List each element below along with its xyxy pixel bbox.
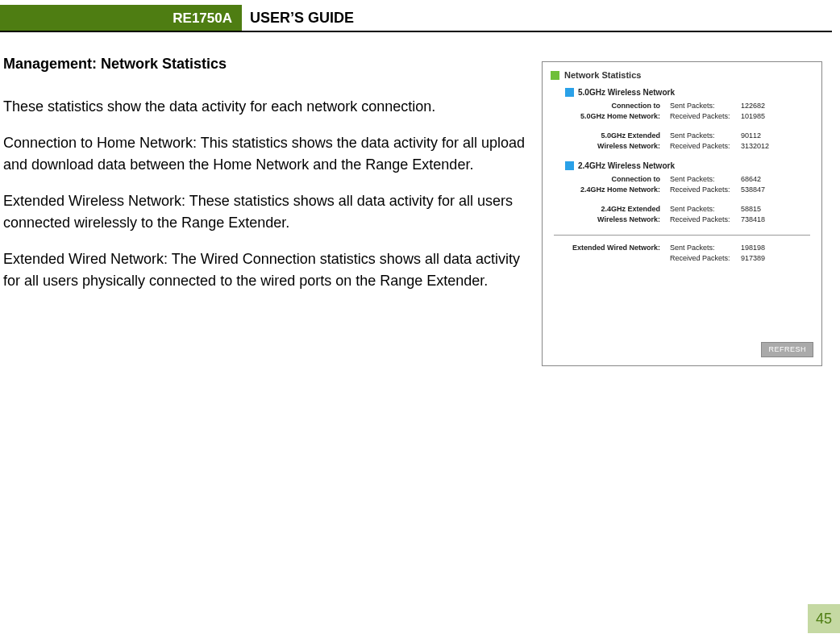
recv-label: Received Packets:: [667, 186, 739, 194]
home24-sent-value: 68642: [739, 175, 788, 183]
ext24-line1: 2.4GHz Extended: [562, 205, 667, 213]
stat-block-5ghz-ext: 5.0GHz Extended Sent Packets: 90112 Wire…: [562, 131, 817, 150]
ext24-recv-value: 738418: [739, 215, 788, 223]
header-guide-title: USER’S GUIDE: [242, 5, 362, 31]
conn5-line1: Connection to: [562, 102, 667, 110]
wired-sent-value: 198198: [739, 244, 788, 252]
home5-recv-value: 101985: [739, 112, 788, 120]
blank-cell: [562, 254, 667, 262]
square-green-icon: [551, 71, 559, 80]
stat-block-wired: Extended Wired Network: Sent Packets: 19…: [562, 244, 817, 262]
stat-block-24ghz-ext: 2.4GHz Extended Sent Packets: 58815 Wire…: [562, 205, 817, 223]
recv-label: Received Packets:: [667, 254, 739, 262]
recv-label: Received Packets:: [667, 142, 739, 150]
section-5ghz-heading: 5.0GHz Wireless Network: [565, 88, 817, 97]
page-number: 45: [808, 604, 840, 633]
square-blue-icon: [565, 161, 574, 170]
sent-label: Sent Packets:: [667, 244, 739, 252]
section-24ghz-label: 2.4GHz Wireless Network: [578, 161, 675, 170]
refresh-button[interactable]: REFRESH: [761, 342, 813, 357]
conn24-line1: Connection to: [562, 175, 667, 183]
content-area: Management: Network Statistics These sta…: [0, 32, 840, 366]
square-blue-icon: [565, 88, 574, 97]
ext5-line1: 5.0GHz Extended: [562, 131, 667, 140]
home5-sent-value: 122682: [739, 102, 788, 110]
sent-label: Sent Packets:: [667, 102, 739, 110]
text-column: Management: Network Statistics These sta…: [3, 53, 527, 306]
network-statistics-panel: Network Statistics 5.0GHz Wireless Netwo…: [542, 61, 822, 366]
section-heading: Management: Network Statistics: [3, 53, 527, 75]
stat-block-5ghz-home: Connection to Sent Packets: 122682 5.0GH…: [562, 102, 817, 120]
sent-label: Sent Packets:: [667, 205, 739, 213]
sent-label: Sent Packets:: [667, 175, 739, 183]
ext24-sent-value: 58815: [739, 205, 788, 213]
conn5-line2: 5.0GHz Home Network:: [562, 112, 667, 120]
divider-line: [554, 235, 810, 236]
panel-title: Network Statistics: [564, 70, 641, 80]
paragraph-home-network: Connection to Home Network: This statist…: [3, 132, 527, 176]
sent-label: Sent Packets:: [667, 131, 739, 140]
ext5-sent-value: 90112: [739, 131, 788, 140]
wired-label: Extended Wired Network:: [562, 244, 667, 252]
stat-block-24ghz-home: Connection to Sent Packets: 68642 2.4GHz…: [562, 175, 817, 194]
home24-recv-value: 538847: [739, 186, 788, 194]
panel-title-row: Network Statistics: [551, 70, 817, 80]
section-24ghz-heading: 2.4GHz Wireless Network: [565, 161, 817, 170]
ext5-line2: Wireless Network:: [562, 142, 667, 150]
section-5ghz-label: 5.0GHz Wireless Network: [578, 88, 675, 97]
paragraph-extended-wireless: Extended Wireless Network: These statist…: [3, 190, 527, 234]
ext5-recv-value: 3132012: [739, 142, 788, 150]
conn24-line2: 2.4GHz Home Network:: [562, 186, 667, 194]
ext24-line2: Wireless Network:: [562, 215, 667, 223]
paragraph-extended-wired: Extended Wired Network: The Wired Connec…: [3, 248, 527, 292]
header-model: RE1750A: [0, 5, 242, 31]
document-header: RE1750A USER’S GUIDE: [0, 5, 832, 32]
paragraph-intro: These statistics show the data activity …: [3, 96, 527, 118]
recv-label: Received Packets:: [667, 215, 739, 223]
wired-recv-value: 917389: [739, 254, 788, 262]
recv-label: Received Packets:: [667, 112, 739, 120]
